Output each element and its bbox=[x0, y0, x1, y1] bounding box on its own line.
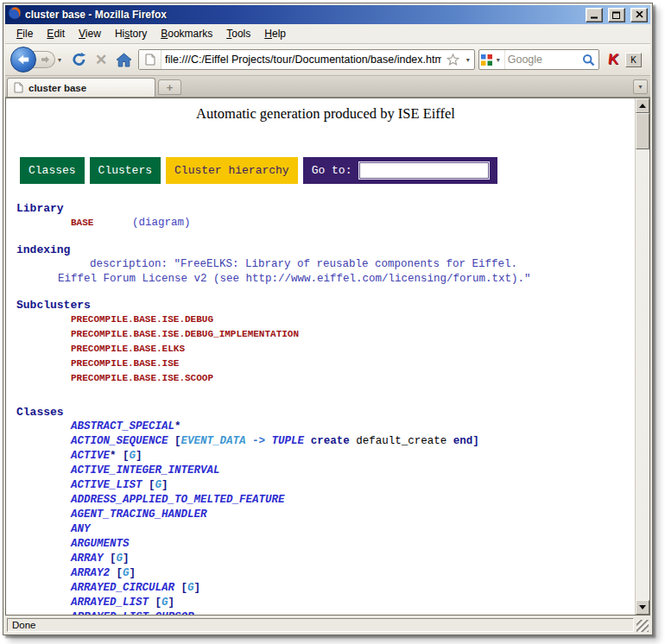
class-link[interactable]: ABSTRACT_SPECIAL* bbox=[16, 420, 635, 434]
navigation-toolbar: ▾ ✕ ▾ bbox=[5, 44, 650, 76]
url-input[interactable] bbox=[162, 54, 445, 66]
stop-button[interactable]: ✕ bbox=[90, 47, 112, 72]
class-link[interactable]: ARRAYED_LIST [G] bbox=[16, 596, 635, 610]
menu-bookmarks[interactable]: Bookmarks bbox=[154, 25, 219, 42]
maximize-button[interactable] bbox=[608, 8, 625, 22]
vertical-scrollbar[interactable] bbox=[635, 98, 649, 615]
library-section: Library BASE(diagram) bbox=[16, 201, 635, 230]
menu-view[interactable]: View bbox=[72, 25, 108, 42]
google-icon bbox=[481, 54, 492, 66]
class-link[interactable]: ANY bbox=[16, 522, 635, 537]
class-link[interactable]: ACTIVE_LIST [G] bbox=[16, 478, 635, 493]
scroll-up-icon bbox=[639, 104, 646, 108]
search-engine-selector[interactable]: ▾ bbox=[479, 50, 505, 69]
cluster-hierarchy-button[interactable]: Cluster hierarchy bbox=[166, 157, 298, 184]
classes-button[interactable]: Classes bbox=[20, 157, 85, 184]
list-all-tabs-dropdown[interactable]: ▾ bbox=[633, 79, 648, 94]
resize-grip[interactable] bbox=[636, 620, 649, 632]
address-bar[interactable]: ▾ bbox=[138, 49, 475, 70]
magnifier-icon bbox=[582, 54, 595, 66]
scroll-up-button[interactable] bbox=[636, 98, 649, 113]
tab-bar: cluster base + ▾ bbox=[5, 76, 650, 98]
subclusters-section: Subclusters PRECOMPILE.BASE.ISE.DEBUGPRE… bbox=[16, 298, 635, 386]
goto-input[interactable] bbox=[359, 162, 489, 179]
recent-pages-dropdown[interactable]: ▾ bbox=[55, 56, 64, 64]
page-favicon bbox=[139, 50, 162, 69]
goto-label: Go to: bbox=[312, 164, 352, 177]
back-button[interactable] bbox=[10, 47, 36, 73]
menu-edit[interactable]: Edit bbox=[40, 25, 72, 42]
subcluster-link[interactable]: PRECOMPILE.BASE.ISE.SCOOP bbox=[16, 371, 635, 386]
class-link[interactable]: AGENT_TRACING_HANDLER bbox=[16, 508, 635, 522]
class-link[interactable]: ARRAY [G] bbox=[16, 552, 635, 566]
class-link[interactable]: ACTION_SEQUENCE [EVENT_DATA -> TUPLE cre… bbox=[16, 434, 635, 449]
menu-tools[interactable]: Tools bbox=[219, 25, 257, 42]
search-input[interactable] bbox=[505, 54, 580, 66]
indexing-description-line2: Eiffel Forum License v2 (see http://www.… bbox=[16, 272, 635, 287]
classes-section: Classes ABSTRACT_SPECIAL*ACTION_SEQUENCE… bbox=[16, 405, 635, 615]
class-link[interactable]: ACTIVE* [G] bbox=[16, 449, 635, 464]
scrollbar-track[interactable] bbox=[636, 149, 649, 600]
scrollbar-thumb[interactable] bbox=[636, 113, 649, 149]
home-icon bbox=[116, 53, 132, 67]
goto-panel: Go to: bbox=[303, 157, 498, 184]
menu-bar: File Edit View History Bookmarks Tools H… bbox=[5, 24, 650, 44]
class-link[interactable]: ARRAYED_CIRCULAR [G] bbox=[16, 581, 635, 596]
bookmark-star-icon[interactable] bbox=[445, 54, 462, 66]
classes-heading: Classes bbox=[16, 405, 635, 420]
kaspersky-icon[interactable]: K bbox=[607, 51, 619, 68]
subclusters-list: PRECOMPILE.BASE.ISE.DEBUGPRECOMPILE.BASE… bbox=[16, 313, 635, 386]
indexing-description-line1: description: "FreeELKS: Library of reusa… bbox=[16, 257, 635, 272]
status-text: Done bbox=[7, 618, 634, 632]
reload-button[interactable] bbox=[67, 47, 90, 72]
status-bar: Done bbox=[5, 616, 650, 633]
forward-arrow-icon bbox=[41, 55, 50, 64]
url-history-dropdown[interactable]: ▾ bbox=[462, 50, 474, 69]
home-button[interactable] bbox=[112, 47, 135, 72]
doc-nav-buttons: Classes Clusters Cluster hierarchy Go to… bbox=[20, 157, 635, 184]
menu-help[interactable]: Help bbox=[257, 25, 293, 42]
subcluster-link[interactable]: PRECOMPILE.BASE.ISE bbox=[16, 357, 635, 371]
class-link[interactable]: ARRAYED_LIST_CURSOR bbox=[16, 610, 635, 615]
browser-window: cluster base - Mozilla Firefox File Edit… bbox=[3, 3, 653, 635]
back-arrow-icon bbox=[17, 54, 29, 65]
search-go-button[interactable] bbox=[580, 54, 598, 66]
indexing-section: indexing description: "FreeELKS: Library… bbox=[16, 243, 635, 287]
classes-list: ABSTRACT_SPECIAL*ACTION_SEQUENCE [EVENT_… bbox=[16, 420, 635, 615]
indexing-heading: indexing bbox=[16, 243, 635, 257]
menu-history[interactable]: History bbox=[108, 25, 154, 42]
title-bar: cluster base - Mozilla Firefox bbox=[5, 5, 650, 24]
clusters-button[interactable]: Clusters bbox=[90, 157, 161, 184]
window-title: cluster base - Mozilla Firefox bbox=[25, 9, 580, 21]
class-link[interactable]: ACTIVE_INTEGER_INTERVAL bbox=[16, 464, 635, 478]
tab-cluster-base[interactable]: cluster base bbox=[7, 78, 155, 97]
search-engine-dropdown: ▾ bbox=[494, 56, 503, 64]
search-box[interactable]: ▾ bbox=[478, 49, 599, 70]
class-link[interactable]: ARGUMENTS bbox=[16, 537, 635, 552]
new-tab-button[interactable]: + bbox=[158, 79, 181, 95]
library-heading: Library bbox=[16, 201, 635, 216]
class-link[interactable]: ADDRESS_APPLIED_TO_MELTED_FEATURE bbox=[16, 493, 635, 508]
menu-file[interactable]: File bbox=[10, 25, 40, 42]
subcluster-link[interactable]: PRECOMPILE.BASE.ELKS bbox=[16, 342, 635, 357]
diagram-link[interactable]: (diagram) bbox=[132, 217, 191, 229]
subcluster-link[interactable]: PRECOMPILE.BASE.ISE.DEBUG_IMPLEMENTATION bbox=[16, 327, 635, 342]
reload-icon bbox=[71, 52, 87, 67]
subclusters-heading: Subclusters bbox=[16, 298, 635, 313]
tab-page-icon bbox=[14, 82, 23, 93]
minimize-button[interactable] bbox=[586, 8, 603, 22]
library-name-link[interactable]: BASE bbox=[71, 216, 132, 230]
tab-label: cluster base bbox=[28, 83, 86, 93]
scroll-down-button[interactable] bbox=[636, 600, 649, 615]
close-button[interactable] bbox=[630, 8, 648, 22]
class-link[interactable]: ARRAY2 [G] bbox=[16, 566, 635, 581]
page-content: Automatic generation produced by ISE Eif… bbox=[6, 98, 635, 615]
subcluster-link[interactable]: PRECOMPILE.BASE.ISE.DEBUG bbox=[16, 313, 635, 327]
firefox-app-icon[interactable] bbox=[8, 6, 22, 23]
page-title: Automatic generation produced by ISE Eif… bbox=[16, 105, 635, 123]
scroll-down-icon bbox=[639, 605, 646, 609]
stop-icon: ✕ bbox=[95, 51, 107, 69]
k-extension-button[interactable]: K bbox=[625, 53, 642, 67]
